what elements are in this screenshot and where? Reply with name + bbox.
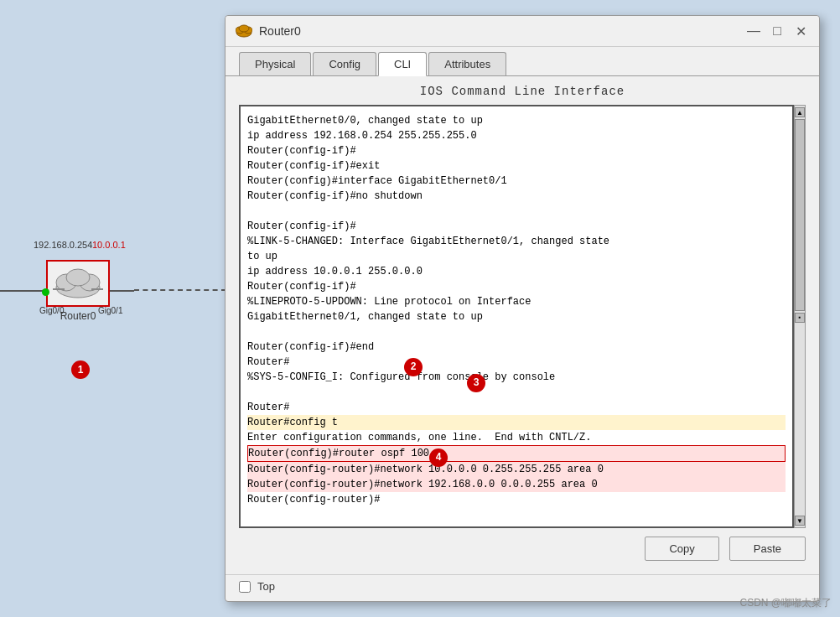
button-row: Copy Paste — [239, 528, 806, 566]
bottom-row: Top — [226, 574, 819, 601]
router-container: 192.168.0.254 10.0.0.1 Gig0/0 Gig0/1 Rou… — [46, 260, 110, 322]
scroll-thumb[interactable] — [795, 119, 805, 311]
title-left: Router0 — [236, 24, 301, 38]
paste-button[interactable]: Paste — [729, 537, 806, 561]
scroll-mid-btn[interactable]: ▪ — [795, 313, 805, 323]
scroll-down-btn[interactable]: ▼ — [795, 516, 805, 526]
svg-point-3 — [66, 269, 90, 286]
step-badge-1: 1 — [71, 360, 90, 379]
title-bar: Router0 — □ ✕ — [226, 16, 819, 47]
tab-config[interactable]: Config — [313, 52, 376, 75]
terminal-wrapper: GigabitEthernet0/0, changed state to up … — [239, 105, 806, 528]
maximize-button[interactable]: □ — [769, 23, 786, 39]
step-badge-4: 4 — [429, 448, 448, 467]
tab-attributes[interactable]: Attributes — [428, 52, 506, 75]
svg-point-9 — [239, 25, 249, 32]
port-label-right: Gig0/1 — [98, 306, 122, 315]
copy-button[interactable]: Copy — [645, 537, 718, 561]
scroll-up-btn[interactable]: ▲ — [795, 107, 805, 117]
terminal-text: GigabitEthernet0/0, changed state to up … — [247, 113, 786, 507]
step-badge-3: 3 — [467, 374, 485, 392]
network-diagram: 192.168.0.254 10.0.0.1 Gig0/0 Gig0/1 Rou… — [0, 0, 226, 617]
title-icon — [236, 24, 252, 38]
scroll-track — [795, 324, 805, 515]
port-label-left: Gig0/0 — [39, 306, 64, 315]
router-icon-svg — [53, 264, 103, 299]
network-line-dashed — [134, 289, 226, 291]
terminal-area[interactable]: GigabitEthernet0/0, changed state to up … — [239, 105, 794, 528]
dialog-content: IOS Command Line Interface GigabitEthern… — [226, 76, 819, 574]
green-dot-left — [42, 288, 49, 296]
close-button[interactable]: ✕ — [792, 23, 809, 39]
top-label: Top — [257, 580, 275, 593]
tab-physical[interactable]: Physical — [239, 52, 311, 75]
ip-label-right: 10.0.0.1 — [92, 240, 126, 250]
watermark: CSDN @嘟嘟太菜了 — [739, 596, 832, 610]
ip-label-left: 192.168.0.254 — [34, 240, 92, 250]
step-badge-2: 2 — [404, 358, 423, 376]
router-box[interactable] — [46, 260, 110, 307]
cli-heading: IOS Command Line Interface — [239, 85, 806, 98]
top-checkbox[interactable] — [239, 581, 251, 593]
window-title: Router0 — [259, 24, 301, 38]
router-dialog: Router0 — □ ✕ Physical Config CLI Attrib… — [225, 15, 820, 602]
scrollbar[interactable]: ▲ ▪ ▼ — [794, 105, 806, 528]
minimize-button[interactable]: — — [745, 23, 762, 39]
title-controls: — □ ✕ — [745, 23, 809, 39]
tab-cli[interactable]: CLI — [378, 52, 427, 76]
tabs-bar: Physical Config CLI Attributes — [226, 47, 819, 76]
